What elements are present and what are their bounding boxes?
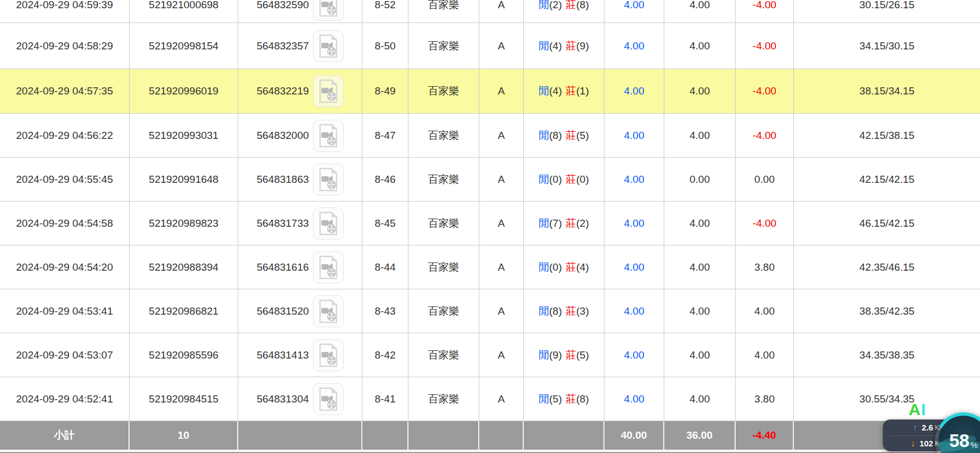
cell-winloss: -4.00 — [736, 114, 794, 157]
cell-bet[interactable]: 4.00 — [604, 158, 664, 201]
video-file-icon — [317, 211, 339, 236]
cell-time: 2024-09-29 04:53:41 — [0, 289, 130, 333]
cell-balance: 30.15/26.15 — [794, 0, 980, 23]
subtotal-label: 小計 — [0, 421, 130, 450]
video-replay-button[interactable] — [313, 208, 344, 239]
player-label: 閒 — [539, 172, 549, 187]
cell-winloss: -4.00 — [736, 0, 794, 23]
video-replay-button[interactable] — [313, 164, 344, 195]
cell-game_id: 564831413 — [238, 333, 362, 377]
cell-order_id: 521920986821 — [130, 289, 238, 333]
cell-result: 閒(9)莊(5) — [524, 333, 604, 377]
cell-balance: 38.35/42.35 — [794, 289, 980, 333]
cell-result: 閒(8)莊(3) — [524, 289, 604, 333]
player-label: 閒 — [539, 216, 549, 231]
cell-bet[interactable]: 4.00 — [604, 69, 664, 113]
cell-table: A — [479, 245, 524, 289]
table-row[interactable]: 2024-09-29 04:57:35521920996019564832219… — [0, 69, 980, 114]
video-replay-button[interactable] — [313, 75, 344, 107]
game-id-text: 564831304 — [256, 393, 309, 405]
percent-gauge-face: 58 % — [938, 416, 980, 453]
player-score: (0) — [549, 174, 562, 186]
video-replay-button[interactable] — [313, 0, 344, 21]
cell-winloss: -4.00 — [736, 69, 794, 113]
cell-winloss: 4.00 — [736, 333, 794, 377]
upload-speed-value: 2.6 — [922, 423, 933, 432]
cell-time: 2024-09-29 04:55:45 — [0, 158, 130, 201]
table-row[interactable]: 2024-09-29 04:59:39521921000698564832590… — [0, 0, 980, 23]
cell-bet[interactable]: 4.00 — [604, 377, 664, 421]
table-rows: 2024-09-29 04:59:39521921000698564832590… — [0, 0, 980, 421]
cell-balance: 38.15/34.15 — [794, 69, 980, 113]
cell-round: 8-42 — [362, 333, 408, 377]
cell-bet[interactable]: 4.00 — [604, 114, 664, 157]
banker-label: 莊 — [566, 392, 576, 406]
player-label: 閒 — [539, 39, 549, 53]
cell-valid: 0.00 — [664, 158, 736, 201]
banker-label: 莊 — [566, 128, 576, 143]
cell-order_id: 521920993031 — [130, 114, 238, 157]
cell-game: 百家樂 — [408, 114, 479, 157]
cell-bet[interactable]: 4.00 — [604, 202, 664, 245]
cell-table: A — [479, 202, 524, 245]
subtotal-row: 小計 10 40.00 36.00 -4.40 — [0, 421, 980, 450]
video-file-icon — [317, 79, 339, 103]
player-score: (7) — [549, 217, 562, 230]
cell-bet[interactable]: 4.00 — [604, 0, 664, 23]
banker-label: 莊 — [566, 260, 576, 275]
video-file-icon — [317, 167, 339, 192]
video-replay-button[interactable] — [313, 251, 344, 283]
cell-time: 2024-09-29 04:56:22 — [0, 114, 130, 157]
table-row[interactable]: 2024-09-29 04:55:45521920991648564831863… — [0, 158, 980, 202]
cell-game_id: 564832000 — [238, 114, 362, 157]
cell-bet[interactable]: 4.00 — [604, 23, 664, 69]
ai-assistant-button[interactable]: AI — [909, 401, 926, 418]
cell-game_id: 564831304 — [238, 377, 362, 421]
banker-score: (3) — [576, 305, 589, 317]
banker-score: (8) — [576, 0, 589, 11]
cell-balance: 42.35/46.15 — [794, 245, 980, 289]
cell-time: 2024-09-29 04:54:58 — [0, 202, 130, 245]
cell-time: 2024-09-29 04:57:35 — [0, 69, 130, 113]
game-id-text: 564831413 — [256, 349, 309, 361]
cell-game: 百家樂 — [408, 0, 479, 23]
table-row[interactable]: 2024-09-29 04:52:41521920984515564831304… — [0, 377, 980, 421]
cell-valid: 4.00 — [664, 69, 736, 113]
cell-bet[interactable]: 4.00 — [604, 289, 664, 333]
cell-round: 8-45 — [362, 202, 408, 245]
cell-table: A — [479, 23, 524, 69]
table-row[interactable]: 2024-09-29 04:53:07521920985596564831413… — [0, 333, 980, 377]
banker-score: (2) — [576, 217, 589, 230]
cell-winloss: 3.80 — [736, 377, 794, 421]
table-row[interactable]: 2024-09-29 04:56:22521920993031564832000… — [0, 114, 980, 158]
table-row[interactable]: 2024-09-29 04:53:41521920986821564831520… — [0, 289, 980, 333]
game-id-text: 564832357 — [256, 40, 309, 52]
player-label: 閒 — [539, 348, 549, 362]
banker-score: (8) — [576, 393, 589, 405]
game-id-text: 564832219 — [256, 85, 309, 97]
cell-result: 閒(0)莊(4) — [524, 245, 604, 289]
table-row[interactable]: 2024-09-29 04:54:20521920988394564831616… — [0, 245, 980, 289]
game-id-text: 564832590 — [256, 0, 309, 11]
table-row[interactable]: 2024-09-29 04:58:29521920998154564832357… — [0, 23, 980, 69]
video-replay-button[interactable] — [313, 120, 344, 152]
cell-table: A — [479, 333, 524, 377]
banker-score: (1) — [576, 85, 589, 97]
cell-bet[interactable]: 4.00 — [604, 333, 664, 377]
video-replay-button[interactable] — [313, 30, 344, 62]
cell-winloss: -4.00 — [736, 202, 794, 245]
player-label: 閒 — [539, 128, 549, 143]
subtotal-valid-total: 36.00 — [664, 421, 736, 450]
cell-order_id: 521920984515 — [130, 377, 238, 421]
video-replay-button[interactable] — [313, 383, 344, 415]
cell-bet[interactable]: 4.00 — [604, 245, 664, 289]
cell-table: A — [479, 69, 524, 113]
banker-label: 莊 — [566, 172, 576, 187]
bet-history-table: 2024-09-29 04:59:39521921000698564832590… — [0, 0, 980, 453]
video-replay-button[interactable] — [313, 295, 344, 327]
game-id-text: 564831616 — [256, 261, 309, 273]
table-row[interactable]: 2024-09-29 04:54:58521920989823564831733… — [0, 202, 980, 245]
player-score: (5) — [549, 393, 562, 405]
video-replay-button[interactable] — [313, 339, 344, 371]
cell-game_id: 564831733 — [238, 202, 362, 245]
